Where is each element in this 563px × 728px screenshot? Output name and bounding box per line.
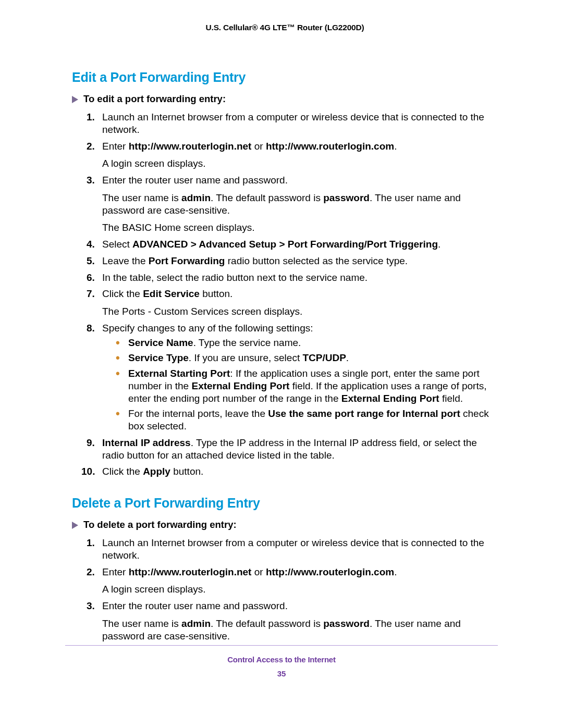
step-item: Enter http://www.routerlogin.net or http… <box>87 566 498 596</box>
step-text: Enter http://www.routerlogin.net or http… <box>102 566 498 578</box>
step-item: In the table, select the radio button ne… <box>87 272 498 284</box>
text: Enter <box>102 141 129 152</box>
bullet-item: External Starting Port: If the applicati… <box>116 367 498 404</box>
content: Edit a Port Forwarding EntryTo edit a po… <box>72 70 498 642</box>
bold-text: Edit Service <box>143 288 200 299</box>
bold-text: TCP/UDP <box>302 352 346 363</box>
bold-text: Service Type <box>128 352 189 363</box>
text: field. <box>439 393 463 404</box>
footer-section: Control Access to the Internet <box>65 655 498 664</box>
step-text: Enter http://www.routerlogin.net or http… <box>102 140 498 153</box>
text: or <box>251 566 265 577</box>
step-item: Select ADVANCED > Advanced Setup > Port … <box>87 238 498 251</box>
section-heading: Edit a Port Forwarding Entry <box>72 70 498 85</box>
text: The Ports - Custom Services screen displ… <box>102 306 302 317</box>
text: A login screen displays. <box>102 584 206 595</box>
text: . <box>346 352 349 363</box>
step-item: Enter the router user name and password.… <box>87 174 498 234</box>
step-text: Leave the Port Forwarding radio button s… <box>102 255 498 267</box>
bold-text: http://www.routerlogin.net <box>129 566 252 577</box>
step-sub-text: The user name is admin. The default pass… <box>102 618 498 643</box>
step-item: Launch an Internet browser from a comput… <box>87 111 498 136</box>
step-text: Enter the router user name and password. <box>102 600 498 612</box>
procedure-intro-text: To edit a port forwarding entry: <box>83 93 226 104</box>
bold-text: password <box>323 618 370 629</box>
procedure-intro: To delete a port forwarding entry: <box>72 519 498 530</box>
text: Enter the router user name and password. <box>102 175 288 186</box>
bold-text: Service Name <box>128 337 193 348</box>
arrow-icon <box>72 522 78 529</box>
bold-text: External Ending Port <box>191 380 289 391</box>
step-text: Select ADVANCED > Advanced Setup > Port … <box>102 238 498 251</box>
step-sub-text: The BASIC Home screen displays. <box>102 221 498 234</box>
text: Select <box>102 239 132 250</box>
text: . The default password is <box>211 618 323 629</box>
text: The BASIC Home screen displays. <box>102 222 255 233</box>
page-header: U.S. Cellular® 4G LTE™ Router (LG2200D) <box>72 23 498 32</box>
text: For the internal ports, leave the <box>128 408 268 419</box>
procedure-intro: To edit a port forwarding entry: <box>72 93 498 105</box>
page: U.S. Cellular® 4G LTE™ Router (LG2200D) … <box>0 0 563 728</box>
text: . The default password is <box>211 192 323 203</box>
step-item: Specify changes to any of the following … <box>87 322 498 433</box>
bold-text: Port Forwarding <box>149 255 225 266</box>
step-list: Launch an Internet browser from a comput… <box>72 537 498 642</box>
bullet-item: For the internal ports, leave the Use th… <box>116 408 498 433</box>
step-item: Click the Edit Service button.The Ports … <box>87 288 498 318</box>
text: . <box>394 566 397 577</box>
step-text: In the table, select the radio button ne… <box>102 272 498 284</box>
text: Click the <box>102 288 143 299</box>
text: The user name is <box>102 618 181 629</box>
bold-text: http://www.routerlogin.com <box>266 566 394 577</box>
text: . <box>438 239 440 250</box>
step-list: Launch an Internet browser from a comput… <box>72 111 498 478</box>
text: Click the <box>102 466 143 477</box>
step-text: Enter the router user name and password. <box>102 174 498 187</box>
step-item: Enter http://www.routerlogin.net or http… <box>87 140 498 170</box>
step-text: Click the Apply button. <box>102 465 498 478</box>
step-item: Launch an Internet browser from a comput… <box>87 537 498 562</box>
bold-text: password <box>323 192 370 203</box>
step-item: Enter the router user name and password.… <box>87 600 498 642</box>
bullet-list: Service Name. Type the service name.Serv… <box>102 337 498 433</box>
text: button. <box>200 288 232 299</box>
footer-page-number: 35 <box>65 669 498 678</box>
bold-text: Apply <box>143 466 170 477</box>
procedure-intro-text: To delete a port forwarding entry: <box>83 519 237 530</box>
step-text: Launch an Internet browser from a comput… <box>102 537 498 562</box>
step-item: Leave the Port Forwarding radio button s… <box>87 255 498 267</box>
text: Launch an Internet browser from a comput… <box>102 537 484 561</box>
bold-text: http://www.routerlogin.net <box>129 141 252 152</box>
text: Enter the router user name and password. <box>102 600 288 611</box>
text: radio button selected as the service typ… <box>225 255 408 266</box>
page-footer: Control Access to the Internet 35 <box>65 645 498 678</box>
text: Launch an Internet browser from a comput… <box>102 112 484 135</box>
text: Leave the <box>102 255 149 266</box>
step-text: Launch an Internet browser from a comput… <box>102 111 498 136</box>
bold-text: Use the same port range for Internal por… <box>268 408 460 419</box>
step-sub-text: The user name is admin. The default pass… <box>102 192 498 217</box>
bold-text: Internal IP address <box>102 437 191 448</box>
text: Specify changes to any of the following … <box>102 323 313 334</box>
text: or <box>251 141 265 152</box>
step-text: Click the Edit Service button. <box>102 288 498 300</box>
text: In the table, select the radio button ne… <box>102 272 368 283</box>
text: Enter <box>102 566 129 577</box>
text: The user name is <box>102 192 181 203</box>
text: A login screen displays. <box>102 158 206 169</box>
step-text: Internal IP address. Type the IP address… <box>102 437 498 462</box>
step-sub-text: A login screen displays. <box>102 583 498 596</box>
step-sub-text: A login screen displays. <box>102 157 498 170</box>
arrow-icon <box>72 96 78 103</box>
section-heading: Delete a Port Forwarding Entry <box>72 496 498 511</box>
bullet-item: Service Type. If you are unsure, select … <box>116 352 498 364</box>
bold-text: ADVANCED > Advanced Setup > Port Forward… <box>132 239 438 250</box>
bold-text: http://www.routerlogin.com <box>266 141 394 152</box>
text: . If you are unsure, select <box>189 352 303 363</box>
step-sub-text: The Ports - Custom Services screen displ… <box>102 305 498 318</box>
bold-text: External Starting Port <box>128 368 230 379</box>
bold-text: admin <box>181 192 211 203</box>
step-item: Click the Apply button. <box>87 465 498 478</box>
bullet-item: Service Name. Type the service name. <box>116 337 498 349</box>
step-item: Internal IP address. Type the IP address… <box>87 437 498 462</box>
